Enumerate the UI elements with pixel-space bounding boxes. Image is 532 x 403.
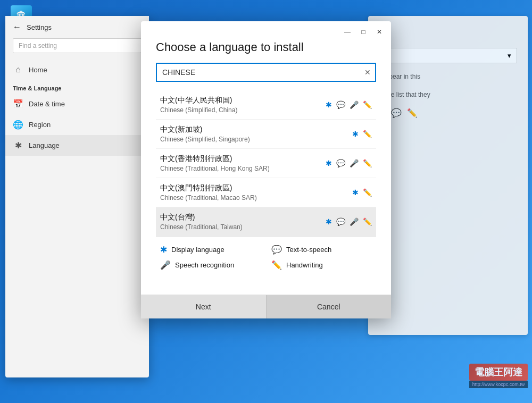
tts-feature-label: Text-to-speech	[286, 246, 331, 254]
zh-tw-name: 中文(台灣)	[160, 213, 243, 222]
mic-icon-5: 🎤	[350, 217, 359, 226]
watermark-sub-text: http://www.kocpc.com.tw	[469, 381, 528, 388]
search-clear-button[interactable]: ✕	[360, 66, 375, 79]
modal-body: Choose a language to install ✕ 中文(中华人民共和…	[141, 38, 391, 295]
watermark-main-text: 電腦王阿達	[469, 364, 528, 381]
zh-hk-icons: ✱ 💬 🎤 ✏️	[326, 159, 372, 167]
pen-icon-3: ✏️	[363, 159, 372, 167]
language-list: 中文(中华人民共和国) Chinese (Simplified, China) …	[156, 90, 376, 237]
pen-icon-2: ✏️	[363, 130, 372, 138]
display-lang-icon-2: ✱	[352, 130, 359, 138]
language-search-box: ✕	[156, 63, 376, 82]
feature-handwriting: ✏️ Handwriting	[271, 260, 372, 270]
feature-tts: 💬 Text-to-speech	[271, 245, 372, 255]
features-section: ✱ Display language 💬 Text-to-speech 🎤 Sp…	[156, 237, 376, 284]
language-install-modal: — □ ✕ Choose a language to install ✕ 中文(…	[141, 21, 391, 318]
display-lang-icon-5: ✱	[326, 217, 332, 226]
minimize-button[interactable]: —	[340, 26, 355, 38]
cancel-button[interactable]: Cancel	[266, 295, 392, 318]
modal-titlebar: — □ ✕	[141, 21, 391, 38]
language-search-input[interactable]	[157, 64, 360, 81]
feature-speech: 🎤 Speech recognition	[160, 260, 261, 270]
feature-display: ✱ Display language	[160, 245, 261, 255]
tts-icon-3: 💬	[336, 159, 345, 167]
pen-icon-4: ✏️	[363, 188, 372, 197]
language-item-zh-sg[interactable]: 中文(新加坡) Chinese (Simplified, Singapore) …	[156, 120, 376, 149]
zh-hk-subname: Chinese (Traditional, Hong Kong SAR)	[160, 165, 270, 172]
language-item-zh-tw[interactable]: 中文(台灣) Chinese (Traditional, Taiwan) ✱ 💬…	[156, 207, 376, 237]
tts-feature-icon: 💬	[271, 245, 282, 255]
close-button[interactable]: ✕	[372, 26, 387, 38]
zh-mo-info: 中文(澳門特別行政區) Chinese (Traditional, Macao …	[160, 183, 257, 202]
mic-icon-3: 🎤	[350, 159, 359, 167]
display-lang-icon-3: ✱	[326, 159, 332, 167]
zh-sg-info: 中文(新加坡) Chinese (Simplified, Singapore)	[160, 125, 250, 143]
speech-feature-label: Speech recognition	[175, 261, 234, 269]
speech-feature-icon: 🎤	[160, 260, 171, 270]
zh-sg-name: 中文(新加坡)	[160, 125, 250, 135]
zh-hk-info: 中文(香港特別行政區) Chinese (Traditional, Hong K…	[160, 154, 270, 172]
zh-cn-info: 中文(中华人民共和国) Chinese (Simplified, China)	[160, 96, 237, 114]
language-item-zh-cn[interactable]: 中文(中华人民共和国) Chinese (Simplified, China) …	[156, 90, 376, 120]
handwriting-feature-icon: ✏️	[271, 260, 282, 270]
pen-icon-1: ✏️	[363, 100, 372, 109]
zh-cn-icons: ✱ 💬 🎤 ✏️	[326, 100, 372, 109]
watermark: 電腦王阿達 http://www.kocpc.com.tw	[469, 364, 528, 388]
zh-sg-icons: ✱ ✏️	[352, 130, 372, 138]
zh-mo-name: 中文(澳門特別行政區)	[160, 183, 257, 193]
modal-overlay: — □ ✕ Choose a language to install ✕ 中文(…	[0, 0, 532, 403]
language-item-zh-mo[interactable]: 中文(澳門特別行政區) Chinese (Traditional, Macao …	[156, 178, 376, 207]
next-button[interactable]: Next	[141, 295, 266, 318]
zh-mo-icons: ✱ ✏️	[352, 188, 372, 197]
mic-icon-1: 🎤	[350, 100, 359, 109]
display-feature-label: Display language	[171, 246, 225, 254]
display-feature-icon: ✱	[160, 245, 167, 255]
zh-hk-name: 中文(香港特別行政區)	[160, 154, 270, 164]
handwriting-feature-label: Handwriting	[286, 261, 323, 269]
language-item-zh-hk[interactable]: 中文(香港特別行政區) Chinese (Traditional, Hong K…	[156, 149, 376, 178]
zh-sg-subname: Chinese (Simplified, Singapore)	[160, 136, 250, 143]
tts-icon-1: 💬	[336, 100, 345, 109]
features-grid: ✱ Display language 💬 Text-to-speech 🎤 Sp…	[160, 245, 372, 270]
modal-heading: Choose a language to install	[156, 40, 376, 54]
tts-icon-5: 💬	[336, 217, 345, 226]
zh-tw-subname: Chinese (Traditional, Taiwan)	[160, 223, 243, 231]
display-lang-icon-1: ✱	[326, 100, 332, 109]
display-lang-icon-4: ✱	[352, 188, 359, 197]
zh-tw-info: 中文(台灣) Chinese (Traditional, Taiwan)	[160, 213, 243, 231]
zh-mo-subname: Chinese (Traditional, Macao SAR)	[160, 194, 257, 202]
maximize-button[interactable]: □	[356, 26, 371, 38]
zh-tw-icons: ✱ 💬 🎤 ✏️	[326, 217, 372, 226]
zh-cn-name: 中文(中华人民共和国)	[160, 96, 237, 105]
modal-buttons: Next Cancel	[141, 295, 391, 318]
zh-cn-subname: Chinese (Simplified, China)	[160, 106, 237, 114]
pen-icon-5: ✏️	[363, 217, 372, 226]
desktop: 🗑 Recycle Bin ← Settings Find a setting …	[0, 0, 532, 403]
